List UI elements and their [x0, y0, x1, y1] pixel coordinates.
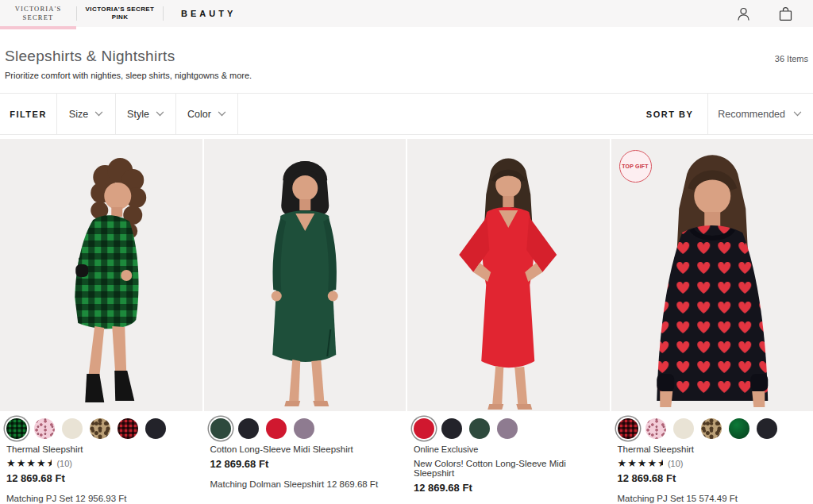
chevron-down-icon — [156, 111, 164, 117]
matching-link[interactable]: Matching PJ Set 12 956.93 Ft — [6, 494, 196, 503]
top-gift-badge: TOP GIFT — [619, 150, 652, 183]
product-card: Cotton Long-Sleeve Midi Sleepshirt 12 86… — [204, 139, 406, 503]
review-count: (10) — [668, 459, 684, 468]
swatch-row — [6, 417, 196, 442]
color-swatch-black[interactable] — [238, 418, 259, 439]
product-card: TOP GIFT Thermal Sleepshirt ★★★★★ (10) 1… — [611, 139, 813, 503]
pink-logo-line1: VICTORIA'S SECRET — [77, 6, 163, 13]
product-image-red-midi[interactable] — [407, 139, 610, 411]
sort-by-label: SORT BY — [646, 94, 707, 134]
product-card: Online Exclusive New Colors! Cotton Long… — [407, 139, 610, 503]
color-swatch-green-plaid[interactable] — [6, 418, 27, 439]
tab-victorias-secret-pink[interactable]: VICTORIA'S SECRET PINK — [77, 0, 163, 27]
review-count: (10) — [56, 459, 72, 468]
swatch-row — [210, 417, 400, 442]
color-swatch-red-plaid[interactable] — [118, 418, 138, 439]
shopping-bag-icon[interactable] — [777, 6, 794, 22]
product-image-green-midi[interactable] — [204, 139, 406, 411]
star-rating: ★★★★★ — [6, 458, 52, 468]
product-price: 12 869.68 Ft — [414, 482, 603, 494]
top-brand-bar: VICTORIA'S SECRET VICTORIA'S SECRET PINK… — [0, 0, 813, 27]
tab-beauty[interactable]: BEAUTY — [164, 0, 253, 27]
style-filter-dropdown[interactable]: Style — [116, 94, 176, 134]
tab-victorias-secret[interactable]: VICTORIA'S SECRET — [0, 0, 76, 27]
items-count: 36 Items — [775, 54, 808, 63]
color-swatch-black[interactable] — [757, 418, 777, 439]
product-image-heart-print[interactable]: TOP GIFT — [611, 139, 813, 411]
filter-bar: FILTER Size Style Color SORT BY Recommen… — [0, 93, 813, 135]
online-exclusive-label: Online Exclusive — [414, 444, 603, 454]
chevron-down-icon — [793, 111, 802, 117]
star-rating: ★★★★★ — [618, 458, 663, 468]
color-swatch-spruce[interactable] — [469, 418, 490, 439]
page-subtitle: Prioritize comfort with nighties, sleep … — [5, 71, 808, 80]
product-name[interactable]: Cotton Long-Sleeve Midi Sleepshirt — [210, 444, 400, 454]
page-title: Sleepshirts & Nightshirts — [5, 48, 808, 65]
sort-value: Recommended — [718, 109, 785, 120]
color-swatch-black[interactable] — [441, 418, 462, 439]
color-swatch-leopard[interactable] — [701, 418, 722, 439]
product-price: 12 869.68 Ft — [6, 472, 196, 484]
product-price: 12 869.68 Ft — [210, 458, 400, 470]
product-name[interactable]: New Colors! Cotton Long-Sleeve Midi Slee… — [414, 459, 603, 478]
swatch-row — [414, 417, 603, 442]
filter-button[interactable]: FILTER — [0, 94, 57, 134]
color-swatch-mauve[interactable] — [497, 418, 518, 439]
sort-dropdown[interactable]: Recommended — [707, 94, 813, 134]
color-swatch-cream[interactable] — [62, 418, 83, 439]
chevron-down-icon — [218, 111, 226, 117]
rating-row: ★★★★★ (10) — [618, 458, 807, 468]
color-swatch-cream[interactable] — [673, 418, 694, 439]
product-grid: Thermal Sleepshirt ★★★★★ (10) 12 869.68 … — [0, 139, 813, 503]
swatch-row — [618, 417, 807, 442]
rating-row: ★★★★★ (10) — [6, 458, 196, 468]
color-swatch-mauve[interactable] — [294, 418, 314, 439]
vs-logo-line1: VICTORIA'S — [0, 5, 76, 13]
vs-logo-line2: SECRET — [0, 13, 76, 22]
product-image-thermal-plaid[interactable] — [0, 139, 202, 411]
product-card: Thermal Sleepshirt ★★★★★ (10) 12 869.68 … — [0, 139, 202, 503]
color-swatch-black[interactable] — [145, 418, 166, 439]
color-swatch-green[interactable] — [729, 418, 749, 439]
color-swatch-leopard[interactable] — [90, 418, 110, 439]
account-icon[interactable] — [735, 6, 752, 22]
page-header: Sleepshirts & Nightshirts Prioritize com… — [0, 27, 813, 80]
color-swatch-red[interactable] — [266, 418, 287, 439]
color-swatch-red-plaid[interactable] — [618, 418, 638, 439]
size-filter-dropdown[interactable]: Size — [57, 94, 116, 134]
color-swatch-red[interactable] — [414, 418, 434, 439]
color-filter-dropdown[interactable]: Color — [176, 94, 238, 134]
product-name[interactable]: Thermal Sleepshirt — [618, 444, 807, 454]
pink-logo-line2: PINK — [77, 13, 163, 21]
matching-link[interactable]: Matching Dolman Sleepshirt 12 869.68 Ft — [210, 479, 400, 489]
product-price: 12 869.68 Ft — [618, 472, 807, 484]
chevron-down-icon — [94, 111, 103, 117]
color-swatch-spruce[interactable] — [210, 418, 231, 439]
color-swatch-pink-print[interactable] — [645, 418, 666, 439]
matching-link[interactable]: Matching PJ Set 15 574.49 Ft — [618, 494, 807, 503]
product-name[interactable]: Thermal Sleepshirt — [6, 444, 196, 454]
beauty-label: BEAUTY — [181, 9, 236, 18]
color-swatch-pink-print[interactable] — [34, 418, 55, 439]
